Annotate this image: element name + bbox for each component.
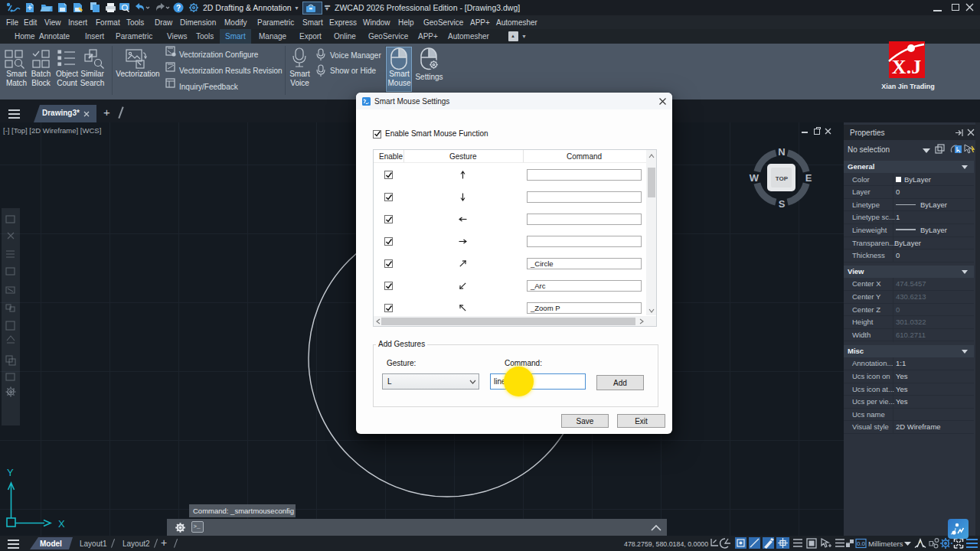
- svg-text:TOP: TOP: [776, 175, 789, 182]
- svg-text:X.J: X.J: [892, 56, 921, 78]
- svg-text:0.0: 0.0: [857, 540, 866, 547]
- svg-text:W: W: [750, 172, 760, 184]
- svg-text:X: X: [58, 518, 65, 530]
- svg-text:E: E: [805, 172, 812, 184]
- svg-text:S: S: [779, 198, 786, 210]
- svg-text:?: ?: [176, 4, 181, 12]
- svg-text:N: N: [778, 146, 785, 158]
- svg-text:Millimeters: Millimeters: [868, 540, 903, 548]
- svg-text:Y: Y: [7, 467, 14, 478]
